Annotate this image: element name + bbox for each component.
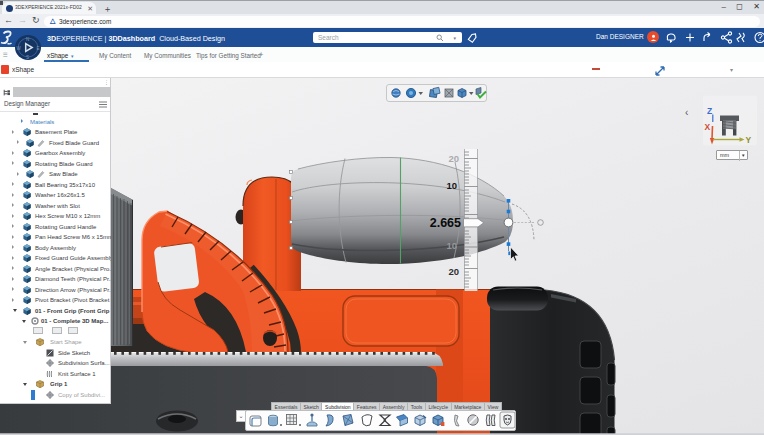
- svg-text:20: 20: [448, 153, 459, 164]
- svg-text:X: X: [705, 122, 711, 132]
- svg-text:Z: Z: [707, 106, 712, 116]
- svg-text:10: 10: [446, 240, 457, 251]
- svg-text:Y: Y: [746, 135, 752, 145]
- svg-text:E: E: [37, 46, 40, 51]
- svg-text:N: N: [26, 37, 29, 42]
- svg-text:2.665: 2.665: [430, 216, 461, 230]
- svg-text:‹: ‹: [685, 107, 688, 118]
- svg-text:10: 10: [446, 180, 457, 191]
- svg-text:20: 20: [448, 266, 459, 277]
- svg-text:S: S: [26, 55, 29, 60]
